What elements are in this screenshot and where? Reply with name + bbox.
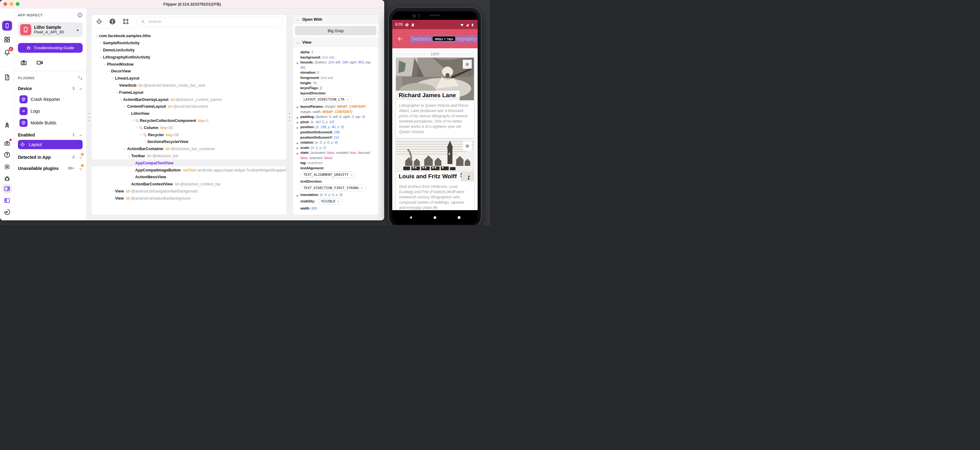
tree-node-Column[interactable]: Columnkey=33: [92, 124, 286, 131]
tree-node-ActionBarOverlayLayout[interactable]: ActionBarOverlayLayoutid=@id/decor_conte…: [92, 96, 286, 103]
expand-triangle-icon[interactable]: [296, 193, 299, 196]
plugin-item-logs[interactable]: Logs: [18, 107, 83, 115]
expander-open-icon[interactable]: [99, 56, 103, 59]
plugin-item-mobile-builds[interactable]: Mobile Builds: [18, 119, 83, 127]
troubleshooting-guide-button[interactable]: Troubleshooting Guide: [18, 43, 83, 53]
plugin-group-unavailable-plugins[interactable]: Unavailable plugins 99+: [18, 165, 83, 171]
expander-open-icon[interactable]: [95, 34, 99, 37]
expander-open-icon[interactable]: [119, 98, 123, 101]
tree-node-ContentFrameLayout[interactable]: ContentFrameLayoutid=@android:id/content: [92, 103, 286, 110]
tree-node-ActionMenuView[interactable]: ActionMenuView: [92, 174, 286, 181]
tree-node-AppCompatTextView[interactable]: AppCompatTextView: [92, 160, 286, 166]
expander-open-icon[interactable]: [135, 126, 139, 129]
tree-node-SampleRootActivity[interactable]: SampleRootActivity: [92, 40, 286, 47]
expand-triangle-icon[interactable]: [296, 126, 299, 128]
minimize-window-button[interactable]: [10, 2, 13, 6]
expander-open-icon[interactable]: [107, 70, 111, 73]
enum-dropdown[interactable]: VISIBLE∨: [318, 198, 343, 205]
tree-node-LithographyKotlinActivity[interactable]: LithographyKotlinActivity: [92, 54, 286, 61]
node-graph-icon[interactable]: [123, 18, 129, 25]
lithographer-card[interactable]: Louis and Fritz Wolff Deaf brothers from…: [396, 139, 474, 210]
panel-resize-handle[interactable]: [88, 113, 90, 121]
notifications-tab[interactable]: 1: [3, 49, 11, 56]
expand-triangle-icon[interactable]: [296, 141, 299, 144]
tree-node-ActionBarContextView[interactable]: ActionBarContextViewid=@id/action_contex…: [92, 181, 286, 188]
sign-in-tab[interactable]: [3, 208, 11, 216]
target-mode-icon[interactable]: [96, 18, 103, 25]
expander-open-icon[interactable]: [123, 105, 127, 108]
lithographer-card[interactable]: Richard James Lane Lithographer to Queen…: [396, 57, 474, 138]
nav-home-button[interactable]: [433, 215, 438, 220]
tree-node-DemoListActivity[interactable]: DemoListActivity: [92, 47, 286, 54]
tree-node-AppCompatImageButton[interactable]: AppCompatImageButtononClick=androidx.app…: [92, 166, 286, 174]
app-inspect-tab[interactable]: [2, 21, 12, 30]
tree-node-ActionBarContainer[interactable]: ActionBarContainerid=@id/action_bar_cont…: [92, 145, 286, 153]
screen-record-button[interactable]: [35, 59, 44, 66]
expander-open-icon[interactable]: [123, 147, 127, 150]
info-icon[interactable]: [77, 13, 83, 18]
tree-node-PhoneWindow[interactable]: PhoneWindow: [92, 61, 286, 68]
expander-closed-icon[interactable]: [99, 49, 103, 52]
tree-node-Recycler[interactable]: Recyclerkey=38: [92, 131, 286, 138]
search-input[interactable]: [148, 19, 279, 24]
tree-node-Toolbar[interactable]: Toolbarid=@id/action_bar: [92, 153, 286, 160]
expand-triangle-icon[interactable]: [296, 146, 299, 149]
expander-closed-icon[interactable]: [143, 140, 147, 143]
window-titlebar[interactable]: Flipper (0.114.323379223@FB): [0, 0, 384, 8]
plugin-group-enabled[interactable]: Enabled 1: [18, 132, 83, 138]
open-with-section-header[interactable]: Open With: [293, 15, 378, 24]
tree-node-ViewStub[interactable]: ViewStubid=@android:id/action_mode_bar_s…: [92, 82, 286, 89]
expander-closed-icon[interactable]: [99, 41, 103, 45]
toggle-left-sidebar[interactable]: [3, 196, 12, 205]
help-tab[interactable]: [3, 151, 11, 158]
doctor-tab[interactable]: [3, 73, 11, 81]
rocket-tab[interactable]: [3, 121, 11, 129]
big-grep-button[interactable]: Big Grep: [295, 26, 377, 35]
expand-triangle-icon[interactable]: [296, 115, 299, 118]
close-window-button[interactable]: [3, 2, 7, 6]
plugin-group-detected-in-app[interactable]: Detected in App 2: [18, 154, 83, 160]
settings-tab[interactable]: [3, 163, 11, 171]
accessibility-mode-icon[interactable]: [109, 18, 116, 25]
plugin-manager-tab[interactable]: [3, 36, 11, 43]
setup-doctor-tab[interactable]: [3, 140, 11, 147]
enum-dropdown[interactable]: TEXT_ALIGNMENT_GRAVITY∨: [301, 171, 356, 178]
bug-report-tab[interactable]: [3, 175, 11, 182]
expander-open-icon[interactable]: [139, 133, 143, 137]
disconnect-icon[interactable]: [78, 75, 83, 80]
expand-triangle-icon[interactable]: [296, 152, 299, 154]
back-arrow-icon[interactable]: [397, 36, 403, 42]
plugin-group-device[interactable]: Device 3: [18, 85, 83, 92]
favorite-star-button[interactable]: [463, 60, 472, 69]
plugin-item-crash-reporter[interactable]: Crash Reporter: [18, 95, 83, 104]
expander-open-icon[interactable]: [131, 119, 135, 122]
nav-back-button[interactable]: [409, 215, 413, 220]
tree-node-RecyclerCollectionComponent[interactable]: RecyclerCollectionComponentkey=1: [92, 117, 286, 124]
device-selector[interactable]: Litho Sample Pixel_4_API_30: [18, 22, 83, 37]
tree-node-LithoView[interactable]: LithoView: [92, 110, 286, 117]
view-section-header[interactable]: View: [293, 37, 378, 47]
expand-triangle-icon[interactable]: [296, 120, 299, 123]
expand-triangle-icon[interactable]: [296, 105, 299, 108]
screenshot-button[interactable]: [19, 59, 28, 66]
expander-open-icon[interactable]: [127, 155, 131, 158]
nav-recents-button[interactable]: [457, 215, 461, 220]
plugin-item-layout[interactable]: Layout: [18, 140, 83, 149]
tree-node-LinearLayout[interactable]: LinearLayout: [92, 75, 286, 82]
expander-open-icon[interactable]: [111, 77, 115, 80]
tree-node-com.facebook.samples.litho[interactable]: com.facebook.samples.litho: [92, 32, 286, 40]
expander-open-icon[interactable]: [127, 112, 131, 115]
tree-node-DecorView[interactable]: DecorView: [92, 68, 286, 75]
tree-node-FrameLayout[interactable]: FrameLayout: [92, 89, 286, 96]
expander-open-icon[interactable]: [103, 63, 107, 66]
expander-open-icon[interactable]: [115, 91, 119, 94]
enum-dropdown[interactable]: LAYOUT_DIRECTION_LTR∨: [301, 96, 352, 103]
favorite-star-button[interactable]: [463, 142, 472, 150]
enum-dropdown[interactable]: TEXT_DIRECTION_FIRST_STRONG∨: [301, 185, 366, 191]
tree-node-View[interactable]: Viewid=@android:id/navigationBarBackgrou…: [92, 188, 286, 195]
expand-triangle-icon[interactable]: [296, 61, 299, 64]
tree-node-SectionsRecyclerView[interactable]: SectionsRecyclerView: [92, 138, 286, 145]
toggle-right-sidebar[interactable]: [3, 184, 12, 193]
zoom-window-button[interactable]: [16, 2, 19, 6]
tree-node-View[interactable]: Viewid=@android:id/statusBarBackground: [92, 195, 286, 202]
